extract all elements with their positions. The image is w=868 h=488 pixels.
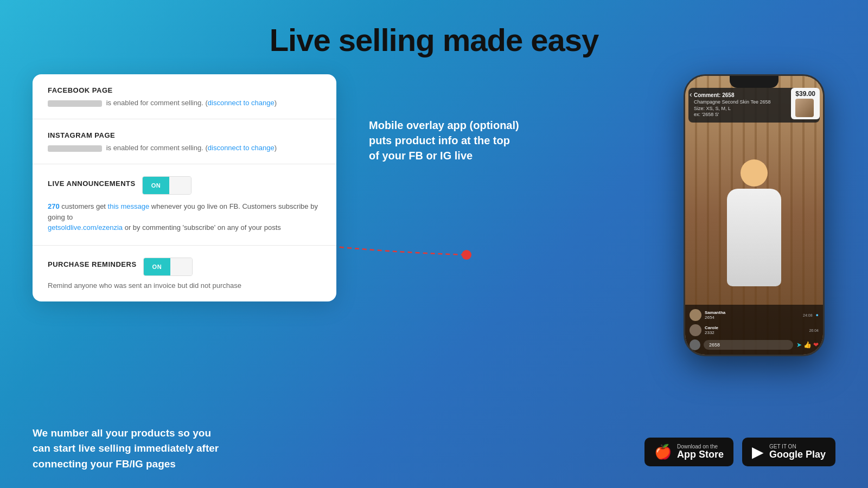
phone-mockup: Comment: 2658 Champagne Second Skin Tee … bbox=[684, 74, 825, 356]
facebook-blurred bbox=[48, 100, 102, 107]
google-btn-text: GET IT ON Google Play bbox=[769, 444, 826, 460]
overlay-line3: of your FB or IG live bbox=[369, 150, 473, 162]
comment-avatar-2 bbox=[690, 324, 701, 336]
purchase-reminders-toggle[interactable]: ON bbox=[143, 258, 193, 276]
purchase-reminders-title: PURCHASE REMINDERS bbox=[48, 260, 137, 268]
overlay-description: Mobile overlay app (optional) puts produ… bbox=[369, 118, 651, 163]
product-price-badge: $39.00 bbox=[791, 88, 820, 119]
instagram-section: INSTAGRAM PAGE is enabled for comment se… bbox=[33, 119, 336, 164]
comment-input[interactable]: 2658 bbox=[704, 340, 793, 350]
phone-section: Comment: 2658 Champagne Second Skin Tee … bbox=[673, 74, 835, 356]
apple-btn-text: Download on the App Store bbox=[677, 444, 724, 460]
phone-screen: Comment: 2658 Champagne Second Skin Tee … bbox=[685, 76, 823, 355]
facebook-disconnect-link[interactable]: disconnect to change bbox=[208, 99, 275, 107]
middle-area: Mobile overlay app (optional) puts produ… bbox=[336, 74, 673, 163]
purchase-toggle-off-area bbox=[170, 258, 192, 275]
bottom-left-description: We number all your products so you can s… bbox=[33, 426, 219, 472]
commenter-name-1: Samantha bbox=[705, 310, 725, 315]
comment-time-1: 24:08 bbox=[803, 313, 813, 317]
announcements-description: 270 customers get this message whenever … bbox=[48, 201, 321, 233]
purchase-reminders-toggle-row: PURCHASE REMINDERS ON bbox=[48, 258, 321, 276]
apple-btn-main: App Store bbox=[677, 450, 724, 460]
bottom-line3: connecting your FB/IG pages bbox=[33, 458, 176, 470]
bottom-line2: can start live selling immediately after bbox=[33, 442, 219, 454]
live-announcements-title: LIVE ANNOUNCEMENTS bbox=[48, 179, 136, 188]
facebook-desc: is enabled for comment selling. (disconn… bbox=[48, 99, 321, 107]
instagram-blurred bbox=[48, 145, 102, 152]
like-icon[interactable]: 👍 bbox=[803, 341, 812, 349]
announcements-text-2: customers get bbox=[61, 202, 106, 210]
bottom-left-text-content: We number all your products so you can s… bbox=[33, 426, 219, 472]
live-announcements-toggle[interactable]: ON bbox=[142, 176, 192, 195]
instagram-disconnect-link[interactable]: disconnect to change bbox=[208, 144, 275, 152]
comments-area: Samantha 2654 24:08 ● Carole 2332 bbox=[685, 305, 823, 355]
bottom-line1: We number all your products so you bbox=[33, 427, 211, 439]
facebook-desc-text: is enabled for comment selling. bbox=[106, 99, 203, 107]
apple-app-store-button[interactable]: 🍎 Download on the App Store bbox=[644, 438, 733, 466]
facebook-section: FACEBOOK PAGE is enabled for comment sel… bbox=[33, 74, 336, 119]
page-header: Live selling made easy bbox=[0, 0, 868, 74]
thumbnail-img bbox=[795, 99, 814, 117]
facebook-title: FACEBOOK PAGE bbox=[48, 86, 321, 94]
live-announcements-toggle-row: LIVE ANNOUNCEMENTS ON bbox=[48, 176, 321, 195]
main-content: FACEBOOK PAGE is enabled for comment sel… bbox=[0, 74, 868, 356]
reaction-icons: ➤ 👍 ❤ bbox=[796, 341, 819, 349]
app-store-buttons: 🍎 Download on the App Store ▶ GET IT ON … bbox=[644, 438, 835, 466]
comment-indicator-1: ● bbox=[816, 312, 819, 318]
google-play-icon: ▶ bbox=[752, 443, 764, 461]
send-icon[interactable]: ➤ bbox=[796, 341, 802, 349]
person-body bbox=[727, 189, 781, 286]
product-name-text: Champagne Second Skin Tee 2658 bbox=[694, 99, 770, 105]
main-title: Live selling made easy bbox=[0, 22, 868, 58]
person-head bbox=[741, 159, 768, 187]
instagram-title: INSTAGRAM PAGE bbox=[48, 131, 321, 139]
announcements-text-4: or by commenting 'subscribe' on any of y… bbox=[125, 223, 281, 232]
google-play-button[interactable]: ▶ GET IT ON Google Play bbox=[742, 438, 835, 466]
product-size-text: Size: XS, S, M, L bbox=[694, 106, 731, 111]
apple-icon: 🍎 bbox=[654, 444, 672, 460]
product-thumbnail bbox=[795, 99, 814, 117]
overlay-line1: Mobile overlay app (optional) bbox=[369, 119, 519, 131]
google-btn-main: Google Play bbox=[769, 450, 826, 460]
comment-content-2: Carole 2332 bbox=[705, 325, 718, 335]
comment-row-1: Samantha 2654 24:08 ● bbox=[690, 309, 819, 321]
comment-text-1: 2654 bbox=[705, 315, 725, 320]
live-background: Comment: 2658 Champagne Second Skin Tee … bbox=[685, 76, 823, 355]
purchase-toggle-on-label: ON bbox=[144, 258, 171, 275]
this-message-link[interactable]: this message bbox=[108, 202, 150, 210]
person-figure bbox=[716, 159, 792, 311]
phone-notch bbox=[730, 76, 778, 88]
comment-content-1: Samantha 2654 bbox=[705, 310, 725, 320]
comment-avatar-1 bbox=[690, 309, 701, 321]
customer-count[interactable]: 270 bbox=[48, 202, 60, 210]
comment-time-2: 26:04 bbox=[809, 329, 819, 332]
toggle-on-label: ON bbox=[143, 177, 170, 194]
product-ex-text: ex: '2658 S' bbox=[694, 112, 719, 117]
comment-text-2: 2332 bbox=[705, 330, 718, 335]
instagram-desc-text: is enabled for comment selling. bbox=[106, 144, 203, 152]
getsoldlive-link[interactable]: getsoldlive.com/ezenzia bbox=[48, 223, 123, 232]
input-avatar bbox=[690, 339, 700, 350]
price-text: $39.00 bbox=[795, 90, 815, 98]
overlay-text-content: Mobile overlay app (optional) puts produ… bbox=[369, 118, 553, 163]
purchase-reminders-section: PURCHASE REMINDERS ON Remind anyone who … bbox=[33, 246, 336, 301]
live-announcements-section: LIVE ANNOUNCEMENTS ON 270 customers get … bbox=[33, 164, 336, 246]
heart-icon[interactable]: ❤ bbox=[813, 341, 819, 349]
phone-back-button[interactable]: ‹ bbox=[690, 90, 692, 99]
purchase-reminders-desc: Remind anyone who was sent an invoice bu… bbox=[48, 281, 321, 290]
instagram-desc: is enabled for comment selling. (disconn… bbox=[48, 144, 321, 152]
toggle-off-area bbox=[169, 177, 191, 194]
commenter-name-2: Carole bbox=[705, 325, 718, 330]
settings-panel: FACEBOOK PAGE is enabled for comment sel… bbox=[33, 74, 336, 301]
overlay-line2: puts product info at the top bbox=[369, 134, 510, 146]
comment-input-row: 2658 ➤ 👍 ❤ bbox=[690, 339, 819, 350]
comment-row-2: Carole 2332 26:04 bbox=[690, 324, 819, 336]
